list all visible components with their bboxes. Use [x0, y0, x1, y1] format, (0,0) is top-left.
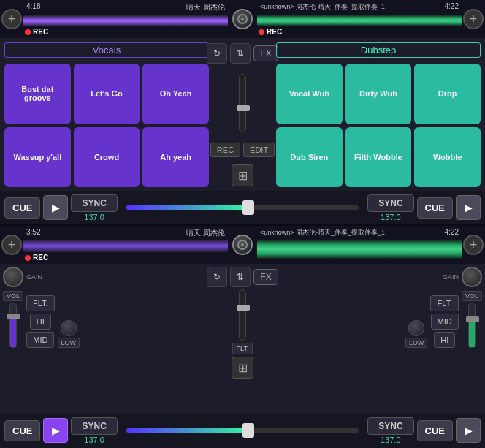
pad-vocal-wub[interactable]: Vocal Wub — [276, 64, 343, 124]
top-right-sync-value: 137.0 — [381, 213, 401, 221]
left-mid-button[interactable]: MID — [26, 332, 54, 348]
bottom-transport-row: CUE ▶ SYNC 137.0 SYNC 137.0 CUE ▶ — [0, 413, 485, 448]
top-center-icon-row: ↻ ⇅ FX — [207, 43, 278, 64]
right-flt-button[interactable]: FLT. — [430, 295, 459, 311]
right-mid-button[interactable]: MID — [431, 314, 459, 330]
left-low-knob[interactable] — [61, 320, 77, 336]
right-vol-fill — [469, 319, 475, 347]
top-right-play-button[interactable]: ▶ — [456, 195, 481, 220]
bottom-left-rec-dot — [25, 255, 31, 261]
top-left-track-title: 晴天 周杰伦 — [186, 2, 225, 12]
right-vol-handle — [466, 316, 479, 322]
bottom-right-play-button[interactable]: ▶ — [456, 418, 481, 443]
pad-oh-yeah[interactable]: Oh Yeah — [142, 64, 209, 124]
crossfader-handle-bottom[interactable] — [242, 423, 254, 438]
bottom-left-sync-value: 137.0 — [84, 436, 104, 444]
top-left-rec-label: REC — [33, 28, 48, 36]
rec-button-top[interactable]: REC — [210, 143, 240, 157]
top-left-sync-button[interactable]: SYNC — [71, 194, 117, 212]
left-flt-button[interactable]: FLT. — [26, 295, 55, 311]
pad-dub-siren[interactable]: Dub Siren — [276, 127, 343, 188]
top-left-cue-button[interactable]: CUE — [4, 197, 40, 219]
bottom-right-time: 4:22 — [445, 228, 459, 238]
top-right-add-button[interactable]: + — [463, 9, 484, 29]
center-fader[interactable] — [239, 289, 246, 341]
left-mixer: GAIN VOL FLT. HI MID — [3, 267, 209, 348]
left-gain-knob[interactable] — [3, 267, 23, 287]
center-channel-fader — [239, 289, 246, 341]
bottom-left-cue-button[interactable]: CUE — [4, 420, 40, 441]
bottom-left-sync-button[interactable]: SYNC — [71, 417, 117, 435]
right-eq-group: FLT. MID HI — [430, 289, 459, 348]
top-left-play-icon: ▶ — [52, 202, 60, 213]
bottom-right-waveform — [257, 239, 462, 259]
bottom-center-logo[interactable] — [232, 235, 253, 255]
top-left-waveform — [23, 15, 228, 26]
right-gain-knob[interactable] — [462, 267, 482, 287]
pad-wassup-yall[interactable]: Wassup y'all — [4, 127, 71, 188]
pad-bust-dat-groove[interactable]: Bust dat groove — [4, 64, 71, 124]
grid-button-mixer[interactable]: ⊞ — [232, 357, 253, 379]
refresh-icon-top[interactable]: ↻ — [207, 43, 227, 64]
pad-lets-go[interactable]: Let's Go — [74, 64, 140, 124]
grid-button-top[interactable]: ⊞ — [232, 164, 253, 186]
center-flt-button[interactable]: FLT. — [232, 343, 253, 354]
top-left-play-button[interactable]: ▶ — [43, 195, 68, 220]
pad-wobble[interactable]: Wobble — [414, 127, 481, 188]
top-center-logo[interactable] — [232, 9, 253, 29]
pad-ah-yeah[interactable]: Ah yeah — [142, 127, 209, 188]
pitch-fader-track[interactable] — [239, 74, 246, 132]
top-center-controls: ↻ ⇅ FX REC EDIT ⊞ — [213, 38, 272, 191]
refresh-icon-mixer[interactable]: ↻ — [207, 267, 227, 287]
eq-icon-top[interactable]: ⇅ — [230, 43, 251, 64]
top-left-sync-group: SYNC 137.0 — [71, 194, 117, 221]
left-low-label: LOW — [58, 338, 80, 348]
svg-point-1 — [241, 18, 244, 20]
fx-button-mixer[interactable]: FX — [253, 269, 278, 285]
left-vol-handle — [7, 314, 20, 319]
bottom-waveform-row: + 3:52 晴天 周杰伦 REC <unknown> 周杰伦-晴天_伴奏_提取… — [0, 226, 485, 264]
bottom-right-cue-button[interactable]: CUE — [417, 420, 453, 441]
pad-dirty-wub[interactable]: Dirty Wub — [345, 64, 412, 124]
top-right-waveform — [257, 15, 462, 26]
crossfader-track-bottom — [126, 428, 359, 433]
bottom-crossfader[interactable] — [121, 428, 364, 433]
pad-crowd[interactable]: Crowd — [74, 127, 140, 188]
top-right-time: 4:22 — [445, 2, 459, 12]
top-right-sync-group: SYNC 137.0 — [367, 194, 413, 221]
top-crossfader[interactable] — [121, 205, 364, 210]
right-vol-fader[interactable] — [468, 303, 476, 348]
bottom-left-play-icon: ▶ — [52, 425, 60, 436]
top-left-add-button[interactable]: + — [1, 9, 22, 29]
top-left-sync-value: 137.0 — [84, 213, 104, 221]
bottom-right-sync-value: 137.0 — [381, 436, 401, 444]
top-left-time: 4:18 — [26, 2, 40, 12]
crossfader-fill-top — [126, 205, 254, 210]
pad-drop[interactable]: Drop — [414, 64, 481, 124]
right-pads-label: Dubstep — [276, 42, 481, 58]
pads-controls-row: Vocals Bust dat groove Let's Go Oh Yeah … — [0, 38, 485, 191]
top-right-sync-button[interactable]: SYNC — [367, 194, 413, 212]
top-right-track-title: <unknown> 周杰伦-晴天_伴奏_提取伴奏_1 — [260, 2, 385, 12]
eq-icon-mixer[interactable]: ⇅ — [230, 267, 251, 287]
bottom-left-play-button[interactable]: ▶ — [43, 418, 68, 443]
top-pitch-fader — [239, 74, 246, 132]
mixer-section: GAIN VOL FLT. HI MID — [0, 264, 485, 413]
rec-edit-row: REC EDIT — [210, 143, 275, 157]
bottom-right-sync-button[interactable]: SYNC — [367, 417, 413, 435]
bottom-left-add-button[interactable]: + — [1, 235, 22, 255]
left-gain-label: GAIN — [26, 273, 42, 281]
edit-button-top[interactable]: EDIT — [243, 143, 275, 157]
top-right-cue-button[interactable]: CUE — [417, 197, 453, 219]
right-low-knob[interactable] — [408, 320, 424, 336]
pad-filth-wobble[interactable]: Filth Wobble — [345, 127, 412, 188]
left-vol-fader[interactable] — [9, 303, 17, 348]
center-fader-handle — [237, 305, 250, 311]
bottom-right-add-button[interactable]: + — [463, 235, 484, 255]
right-mixer: GAIN LOW FLT. MID HI — [276, 267, 482, 348]
crossfader-handle-top[interactable] — [242, 200, 254, 215]
center-mixer: ↻ ⇅ FX FLT. ⊞ — [210, 267, 275, 379]
top-waveform-row: + 4:18 晴天 周杰伦 REC <unknown> 周杰伦-晴天_伴奏 — [0, 0, 485, 38]
right-hi-button[interactable]: HI — [434, 332, 455, 348]
left-hi-button[interactable]: HI — [30, 314, 51, 330]
